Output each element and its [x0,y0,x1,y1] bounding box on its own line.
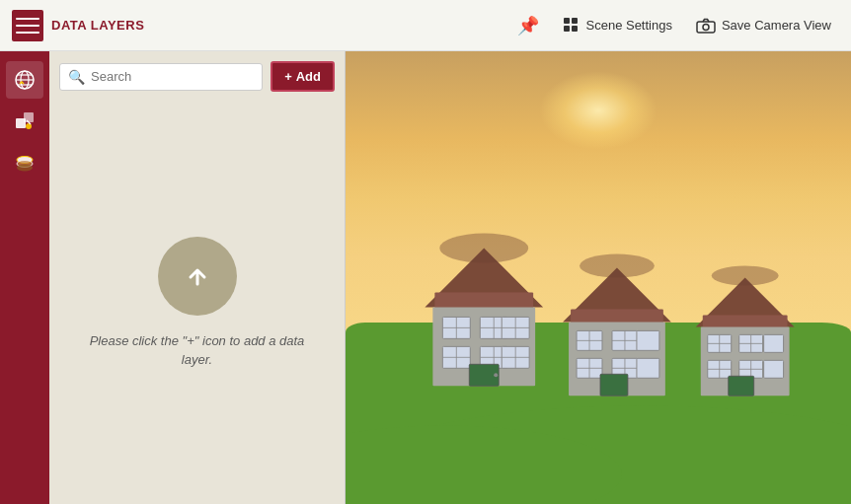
svg-rect-2 [564,26,570,32]
pin-button[interactable]: 📌 [509,11,547,40]
3d-viewport[interactable] [346,51,851,504]
app-header: DATA LAYERS 📌 Scene Settings Save Camera… [0,0,851,51]
add-icon: + [284,69,292,84]
svg-point-18 [17,165,33,172]
sidebar-icon-globe[interactable] [6,61,43,99]
app-title: DATA LAYERS [51,18,144,33]
save-camera-label: Save Camera View [722,18,831,33]
svg-point-80 [439,234,528,263]
empty-state: Please click the "+" icon to add a data … [49,102,345,504]
svg-rect-78 [764,360,784,378]
svg-rect-71 [764,334,784,352]
svg-rect-60 [637,358,659,378]
sidebar-icons [0,51,49,504]
upload-icon-circle [158,237,237,316]
scene-settings-label: Scene Settings [586,18,672,33]
svg-rect-0 [564,18,570,24]
svg-rect-53 [637,330,659,350]
hamburger-button[interactable] [12,10,43,41]
main-area: 🔍 + Add Please click the "+" icon to add… [0,51,851,504]
sidebar-icon-layers[interactable] [6,144,43,181]
sidebar-icon-effects[interactable] [6,103,43,140]
scene-svg [346,51,851,504]
grid-icon [563,17,580,35]
search-input[interactable] [91,69,254,84]
svg-rect-4 [697,22,715,33]
svg-point-82 [712,266,779,286]
svg-rect-1 [572,18,578,24]
svg-point-81 [580,254,655,278]
add-label: Add [296,69,321,84]
svg-rect-79 [729,376,754,396]
svg-rect-61 [600,374,628,396]
svg-rect-12 [24,112,34,122]
svg-point-13 [26,123,32,129]
add-layer-button[interactable]: + Add [271,61,335,92]
viewport-background [346,51,851,504]
save-camera-button[interactable]: Save Camera View [688,13,839,37]
svg-point-43 [494,373,498,377]
camera-icon [696,17,716,34]
svg-rect-3 [572,26,578,32]
panel-toolbar: 🔍 + Add [49,51,345,102]
search-box: 🔍 [59,63,263,91]
svg-point-5 [703,24,709,30]
empty-message: Please click the "+" icon to add a data … [89,331,306,370]
pin-icon: 📌 [517,15,539,36]
search-icon: 🔍 [68,69,85,85]
svg-rect-63 [703,315,788,328]
svg-rect-45 [571,309,663,324]
scene-settings-button[interactable]: Scene Settings [555,13,680,38]
upload-arrow-icon [178,256,217,296]
data-layers-panel: 🔍 + Add Please click the "+" icon to add… [49,51,346,504]
